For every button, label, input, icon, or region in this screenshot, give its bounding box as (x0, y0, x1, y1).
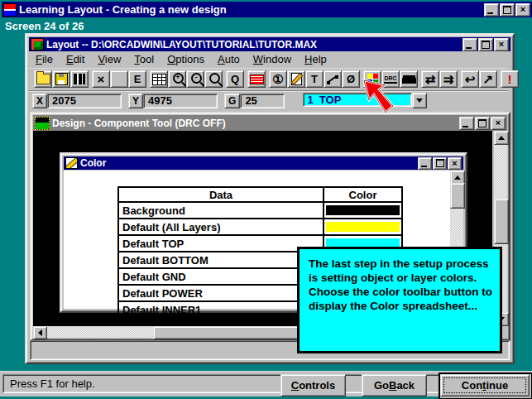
color-minimize-button[interactable] (418, 157, 432, 170)
tool-spreadsheet-button[interactable] (150, 70, 168, 88)
controls-button[interactable]: Controls (280, 374, 346, 397)
tool-pin-tool-button[interactable]: ① (269, 70, 287, 88)
color-cell[interactable] (324, 219, 402, 235)
tool-find-button[interactable] (110, 70, 128, 88)
layer-selector[interactable]: 1 TOP (303, 93, 427, 108)
toolbar-group: ①TØ (269, 70, 360, 88)
component-select-icon (250, 75, 264, 84)
tool-save-button[interactable] (52, 70, 70, 88)
menu-file[interactable]: File (29, 52, 60, 67)
connection-tool-icon (327, 75, 338, 84)
layout-maximize-button[interactable] (478, 38, 493, 51)
tool-error-tool-button[interactable]: Ø (342, 70, 360, 88)
tool-edit-button[interactable]: E (128, 70, 146, 88)
tool-delete-button[interactable]: × (92, 70, 110, 88)
tool-obstacle-tool-button[interactable] (287, 70, 305, 88)
maximize-icon (503, 6, 511, 14)
tool-component-select-button[interactable] (247, 70, 266, 88)
data-cell[interactable]: Default TOP (118, 235, 324, 252)
app-close-button[interactable]: × (515, 3, 530, 17)
scrollbar-thumb[interactable] (494, 199, 509, 244)
y-coordinate-value: 4975 (143, 94, 218, 108)
tool-query-button[interactable]: Q (226, 70, 244, 88)
y-coordinate-label: Y (128, 94, 143, 108)
layout-minimize-button[interactable] (463, 38, 477, 51)
data-cell[interactable]: Default POWER (118, 285, 324, 301)
tool-connection-tool-button[interactable] (324, 70, 342, 88)
desktop: Learning Layout - Creating a new design … (0, 0, 532, 399)
tool-component-tool-button[interactable] (400, 70, 418, 88)
zoom-all-icon (209, 73, 220, 84)
design-close-button[interactable]: × (491, 117, 506, 130)
design-maximize-button[interactable] (475, 117, 490, 130)
maximize-icon (436, 159, 444, 167)
minimize-icon (421, 166, 427, 167)
menu-options[interactable]: Options (161, 52, 211, 67)
tool-refresh-button[interactable]: ↩ (461, 70, 479, 88)
tool-reroute-button[interactable]: ⇄ (421, 70, 439, 88)
data-cell[interactable]: Default INNER1 (118, 301, 324, 318)
scrollbar-thumb[interactable] (450, 183, 465, 209)
column-header-color[interactable]: Color (324, 187, 402, 202)
data-cell[interactable]: Default GND (118, 268, 324, 285)
screen-counter: Screen 24 of 26 (5, 20, 84, 32)
tool-open-button[interactable] (34, 70, 52, 88)
obstacle-tool-icon (291, 73, 302, 85)
design-titlebar: Design - Component Tool (DRC OFF) × (33, 115, 507, 131)
design-title: Design - Component Tool (DRC OFF) (52, 118, 226, 129)
maximize-icon (482, 41, 490, 49)
tool-online-drc-button[interactable]: DRC (381, 70, 400, 88)
menu-auto[interactable]: Auto (211, 52, 247, 67)
continue-button[interactable]: Continue (440, 374, 530, 397)
maximize-icon (478, 119, 486, 127)
x-coordinate-value: 2075 (47, 94, 122, 108)
table-row: Background (118, 202, 402, 219)
design-minimize-button[interactable] (459, 117, 474, 130)
toolbar-group: ×E (92, 70, 146, 88)
minimize-icon (487, 12, 493, 14)
layout-titlebar: Layout -- D:\ORCADWIN\LAYOUT\TUTORIAL\TU… (29, 37, 510, 51)
data-cell[interactable]: Default BOTTOM (118, 252, 324, 268)
tool-shove-button[interactable]: ⇉ (439, 70, 458, 88)
tool-zoom-in-button[interactable]: + (168, 70, 186, 88)
arrow-up-icon (454, 175, 461, 180)
scroll-left-button[interactable] (33, 326, 47, 339)
tool-zoom-out-button[interactable]: - (186, 70, 204, 88)
online-drc-icon: DRC (384, 75, 396, 84)
color-maximize-button[interactable] (433, 157, 447, 170)
tool-design-check-button[interactable]: ↗ (479, 70, 497, 88)
layer-selector-value[interactable]: 1 TOP (303, 93, 412, 107)
continue-button-frame: Continue (439, 373, 532, 399)
layout-close-button[interactable]: × (494, 38, 509, 51)
scroll-up-button[interactable] (494, 131, 509, 145)
menu-tool[interactable]: Tool (127, 52, 161, 67)
tool-error-marker-button[interactable]: ! (501, 70, 519, 88)
app-maximize-button[interactable] (500, 3, 515, 17)
tool-color-settings-button[interactable] (363, 70, 381, 88)
error-marker-icon: ! (508, 73, 512, 85)
tool-library-button[interactable] (70, 70, 89, 88)
data-cell[interactable]: Background (118, 202, 324, 219)
data-cell[interactable]: Default (All Layers) (118, 219, 324, 235)
column-header-data[interactable]: Data (118, 187, 324, 202)
menu-window[interactable]: Window (247, 52, 298, 67)
color-swatch (326, 205, 400, 215)
menu-help[interactable]: Help (298, 52, 333, 67)
zoom-out-icon: - (191, 73, 202, 84)
menu-edit[interactable]: Edit (60, 52, 91, 67)
color-cell[interactable] (324, 202, 402, 219)
tool-zoom-all-button[interactable] (204, 70, 223, 88)
grid-value: 25 (240, 94, 285, 108)
layer-selector-dropdown-button[interactable] (412, 93, 427, 108)
grid-label: G (224, 94, 240, 108)
app-titlebar: Learning Layout - Creating a new design … (2, 2, 532, 17)
color-titlebar: Color × (64, 156, 463, 170)
go-back-button[interactable]: Go Back (362, 374, 427, 397)
toolbar-group (247, 70, 266, 88)
color-close-button[interactable]: × (448, 157, 462, 170)
app-minimize-button[interactable] (484, 3, 499, 17)
menu-view[interactable]: View (91, 52, 127, 67)
tool-text-tool-button[interactable]: T (305, 70, 324, 88)
menu-bar: FileEditViewToolOptionsAutoWindowHelp (29, 52, 507, 67)
close-icon: × (496, 118, 501, 127)
